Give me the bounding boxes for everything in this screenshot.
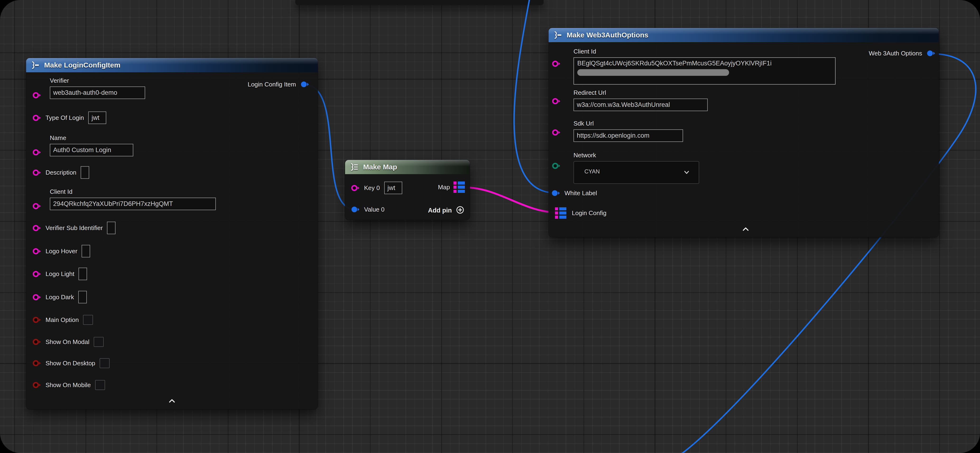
logo-light-field[interactable] [78,268,87,280]
network-selected-value: CYAN [584,168,600,175]
sdk-url-value: https://sdk.openlogin.com [577,132,649,139]
node-make-map[interactable]: Make Map Key 0 jwt Map [345,160,470,220]
description-field[interactable] [81,166,89,179]
map-output-label: Map [438,184,450,191]
login-config-item-output-pin[interactable] [300,80,309,89]
node-make-web3authoptions[interactable]: Make Web3AuthOptions Web 3Auth Options C… [549,28,939,237]
value0-pin[interactable] [351,206,360,214]
node-header: Make Map [345,160,470,174]
chevron-up-icon [741,226,750,232]
sdk-url-pin[interactable] [552,128,561,136]
logo-light-label: Logo Light [46,270,74,278]
client-id-label: Client Id [573,48,835,55]
network-pin[interactable] [552,162,561,170]
make-struct-icon [553,31,563,39]
blueprint-graph-canvas[interactable]: Make LoginConfigItem Login Config Item V… [0,0,980,453]
show-on-desktop-checkbox[interactable] [100,358,110,368]
sdk-url-field[interactable]: https://sdk.openlogin.com [573,129,683,142]
logo-hover-label: Logo Hover [46,247,77,255]
network-dropdown[interactable]: CYAN [573,161,699,184]
logo-dark-label: Logo Dark [46,293,74,301]
add-pin-label: Add pin [428,207,452,214]
node-title: Make Map [363,163,397,171]
node-header: Make Web3AuthOptions [549,28,939,42]
node-title: Make LoginConfigItem [44,61,121,69]
main-option-label: Main Option [46,316,79,324]
name-label: Name [50,134,133,142]
login-config-pin[interactable] [555,207,566,219]
value0-label: Value 0 [364,206,385,213]
show-on-mobile-label: Show On Mobile [46,382,91,389]
description-label: Description [46,169,76,176]
verifier-sub-identifier-field[interactable] [107,222,116,234]
make-struct-icon [31,61,40,69]
login-config-label: Login Config [572,209,606,217]
offscreen-node-bottom-edge [295,0,544,5]
type-of-login-pin[interactable] [32,114,41,122]
redirect-url-value: w3a://com.w3a.Web3AuthUnreal [577,101,670,109]
show-on-modal-label: Show On Modal [46,338,89,346]
show-on-mobile-checkbox[interactable] [95,380,105,390]
key0-field[interactable]: jwt [384,182,402,194]
node-make-loginconfigitem[interactable]: Make LoginConfigItem Login Config Item V… [26,58,318,409]
logo-hover-field[interactable] [81,245,90,258]
client-id-field-scrollbar[interactable] [577,69,729,76]
main-option-pin[interactable] [32,316,41,324]
name-field[interactable]: Auth0 Custom Login [50,144,133,156]
verifier-pin[interactable] [32,91,41,99]
chevron-down-icon [683,170,690,174]
show-on-desktop-pin[interactable] [32,359,41,367]
redirect-url-pin[interactable] [552,97,561,105]
name-pin[interactable] [32,148,41,156]
client-id-pin[interactable] [32,202,41,210]
make-map-icon [350,163,359,171]
key0-value: jwt [388,184,395,192]
wire-map-to-login-config [465,187,560,213]
output-pin-label: Login Config Item [248,81,296,88]
client-id-label: Client Id [50,188,216,195]
node-header: Make LoginConfigItem [26,58,318,72]
main-option-checkbox[interactable] [83,315,93,325]
node-title: Make Web3AuthOptions [566,31,648,39]
client-id-value: 294QRkchfq2YaXUbPri7D6PH7xzHgQMT [53,200,173,207]
white-label-label: White Label [565,190,597,197]
type-of-login-label: Type Of Login [46,114,84,122]
chevron-up-icon [168,398,176,404]
web3auth-options-output-label: Web 3Auth Options [869,50,922,57]
sdk-url-label: Sdk Url [573,120,683,127]
add-pin-plus-icon [456,206,465,215]
add-pin-button[interactable]: Add pin [428,206,465,215]
web3auth-options-output-pin[interactable] [926,49,935,57]
redirect-url-label: Redirect Url [573,89,708,97]
collapse-node-button[interactable] [168,398,176,404]
type-of-login-field[interactable]: jwt [88,112,106,124]
logo-hover-pin[interactable] [32,247,41,255]
show-on-mobile-pin[interactable] [32,381,41,389]
collapse-node-button[interactable] [741,226,750,232]
key0-label: Key 0 [364,184,380,192]
map-output-pin[interactable] [453,181,465,193]
client-id-pin[interactable] [552,60,561,68]
key0-pin[interactable] [351,184,360,192]
client-id-field[interactable]: 294QRkchfq2YaXUbPri7D6PH7xzHgQMT [50,198,216,210]
redirect-url-field[interactable]: w3a://com.w3a.Web3AuthUnreal [573,98,708,111]
logo-dark-field[interactable] [78,291,87,304]
verifier-sub-identifier-label: Verifier Sub Identifier [46,224,103,232]
show-on-desktop-label: Show On Desktop [46,360,95,367]
client-id-value: BEglQSgt4cUWcj6SKRdu5QkOXTsePmMcusG5EAoy… [577,60,832,67]
type-of-login-value: jwt [92,114,99,122]
network-label: Network [573,152,699,159]
verifier-field[interactable]: web3auth-auth0-demo [50,87,145,99]
logo-light-pin[interactable] [32,270,41,278]
show-on-modal-checkbox[interactable] [94,337,103,347]
verifier-value: web3auth-auth0-demo [53,89,117,97]
verifier-label: Verifier [50,77,145,84]
description-pin[interactable] [32,168,41,176]
verifier-sub-identifier-pin[interactable] [32,224,41,232]
logo-dark-pin[interactable] [32,293,41,301]
show-on-modal-pin[interactable] [32,338,41,346]
name-value: Auth0 Custom Login [53,146,111,154]
white-label-pin[interactable] [551,189,560,197]
client-id-field[interactable]: BEglQSgt4cUWcj6SKRdu5QkOXTsePmMcusG5EAoy… [573,57,835,85]
